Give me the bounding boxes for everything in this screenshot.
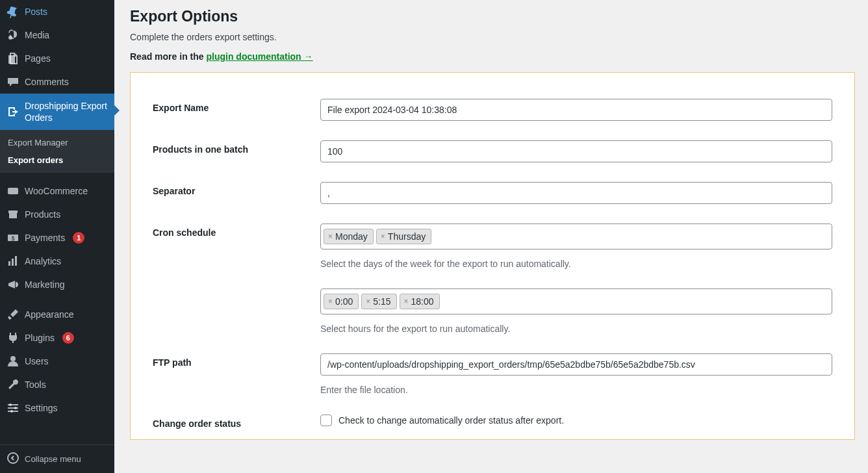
- cron-days-select[interactable]: ×Monday ×Thursday: [320, 224, 832, 249]
- sidebar-item-tools[interactable]: Tools: [0, 373, 114, 396]
- submenu-export-orders[interactable]: Export orders: [0, 151, 114, 169]
- plug-icon: [6, 331, 19, 344]
- help-cron-days: Select the days of the week for the expo…: [320, 259, 832, 269]
- sidebar-item-appearance[interactable]: Appearance: [0, 303, 114, 326]
- money-icon: $: [6, 231, 19, 244]
- tag-monday[interactable]: ×Monday: [324, 229, 374, 244]
- svg-point-14: [9, 403, 12, 406]
- row-change-status: Change order status Check to change auto…: [153, 415, 832, 429]
- tag-hour-2[interactable]: ×18:00: [400, 294, 440, 309]
- sidebar-item-label: Media: [25, 29, 49, 41]
- page-title: Export Options: [130, 0, 855, 28]
- label-export-name: Export Name: [153, 99, 320, 113]
- content-area: Export Options Complete the orders expor…: [114, 0, 868, 473]
- sidebar-item-plugins[interactable]: Plugins 6: [0, 326, 114, 350]
- payments-badge: 1: [73, 232, 84, 244]
- remove-icon[interactable]: ×: [381, 232, 385, 241]
- collapse-label: Collapse menu: [25, 454, 81, 464]
- sidebar-item-comments[interactable]: Comments: [0, 70, 114, 94]
- help-ftp: Enter the file location.: [320, 385, 832, 395]
- row-cron-hours: ×0:00 ×5:15 ×18:00 Select hours for the …: [153, 288, 832, 334]
- svg-rect-9: [15, 256, 17, 266]
- wrench-icon: [6, 378, 19, 391]
- help-cron-hours: Select hours for the export to run autom…: [320, 324, 832, 334]
- export-icon: [6, 105, 19, 118]
- sidebar-item-products[interactable]: Products: [0, 203, 114, 226]
- sidebar-item-label: WooCommerce: [25, 185, 88, 197]
- svg-rect-7: [8, 261, 10, 266]
- sidebar-item-settings[interactable]: Settings: [0, 396, 114, 420]
- svg-rect-4: [9, 213, 17, 218]
- sidebar-item-label: Dropshipping Export Orders: [25, 100, 109, 123]
- user-icon: [6, 355, 19, 368]
- sidebar-item-analytics[interactable]: Analytics: [0, 249, 114, 273]
- tag-thursday[interactable]: ×Thursday: [376, 229, 431, 244]
- sidebar-item-posts[interactable]: Posts: [0, 0, 114, 23]
- input-ftp-path[interactable]: [320, 353, 832, 376]
- settings-panel: Export Name Products in one batch Separa…: [130, 72, 855, 440]
- row-separator: Separator: [153, 182, 832, 204]
- tag-hour-1[interactable]: ×5:15: [361, 294, 396, 309]
- admin-sidebar: Posts Media Pages Comments Dropshipping: [0, 0, 114, 473]
- sidebar-item-woocommerce[interactable]: WooCommerce: [0, 179, 114, 203]
- media-icon: [6, 29, 19, 42]
- svg-point-10: [10, 356, 16, 361]
- page-subtitle: Complete the orders export settings.: [130, 28, 855, 51]
- sidebar-item-label: Posts: [25, 6, 47, 18]
- row-export-name: Export Name: [153, 99, 832, 121]
- archive-icon: [6, 208, 19, 221]
- row-ftp: FTP path Enter the file location.: [153, 353, 832, 395]
- comment-icon: [6, 75, 19, 88]
- label-batch: Products in one batch: [153, 140, 320, 155]
- sidebar-item-label: Plugins: [25, 332, 55, 344]
- pin-icon: [6, 5, 19, 18]
- svg-text:$: $: [11, 235, 14, 242]
- plugins-badge: 6: [62, 332, 74, 344]
- label-separator: Separator: [153, 182, 320, 196]
- input-batch[interactable]: [320, 140, 832, 162]
- svg-point-0: [8, 36, 12, 40]
- doc-link[interactable]: plugin documentation →: [206, 51, 313, 62]
- sidebar-item-media[interactable]: Media: [0, 23, 114, 47]
- remove-icon[interactable]: ×: [404, 297, 409, 306]
- collapse-menu[interactable]: Collapse menu: [0, 444, 114, 473]
- sidebar-item-label: Appearance: [25, 309, 74, 320]
- sidebar-item-label: Pages: [25, 53, 51, 64]
- submenu-export-manager[interactable]: Export Manager: [0, 134, 114, 151]
- sidebar-item-marketing[interactable]: Marketing: [0, 273, 114, 296]
- woocommerce-icon: [6, 185, 19, 198]
- label-change-status: Change order status: [153, 415, 320, 429]
- input-export-name[interactable]: [320, 99, 832, 121]
- sidebar-item-payments[interactable]: $ Payments 1: [0, 226, 114, 249]
- chart-icon: [6, 255, 19, 268]
- settings-icon: [6, 402, 19, 415]
- svg-point-16: [10, 410, 13, 413]
- cron-hours-select[interactable]: ×0:00 ×5:15 ×18:00: [320, 288, 832, 314]
- svg-rect-2: [8, 188, 18, 194]
- row-batch: Products in one batch: [153, 140, 832, 162]
- sidebar-item-pages[interactable]: Pages: [0, 47, 114, 70]
- label-ftp: FTP path: [153, 353, 320, 368]
- svg-point-15: [14, 407, 17, 409]
- sidebar-item-label: Analytics: [25, 255, 61, 267]
- checkbox-change-status[interactable]: [320, 415, 332, 426]
- svg-point-17: [8, 453, 18, 463]
- input-separator[interactable]: [320, 182, 832, 204]
- remove-icon[interactable]: ×: [328, 232, 333, 241]
- remove-icon[interactable]: ×: [366, 297, 370, 306]
- brush-icon: [6, 308, 19, 321]
- collapse-icon: [6, 452, 19, 467]
- svg-rect-1: [8, 55, 15, 64]
- sidebar-item-label: Settings: [25, 402, 58, 414]
- remove-icon[interactable]: ×: [328, 297, 333, 306]
- sidebar-item-users[interactable]: Users: [0, 350, 114, 373]
- sidebar-item-label: Users: [25, 355, 49, 367]
- row-cron-days: Cron schedule ×Monday ×Thursday Select t…: [153, 224, 832, 269]
- sidebar-item-label: Marketing: [25, 279, 64, 290]
- tag-hour-0[interactable]: ×0:00: [324, 294, 359, 309]
- checkbox-label-change-status: Check to change automatically order stat…: [338, 415, 564, 426]
- svg-rect-8: [12, 259, 14, 266]
- sidebar-item-label: Comments: [25, 76, 69, 88]
- sidebar-item-dropshipping[interactable]: Dropshipping Export Orders: [0, 94, 114, 130]
- sidebar-item-label: Tools: [25, 379, 46, 390]
